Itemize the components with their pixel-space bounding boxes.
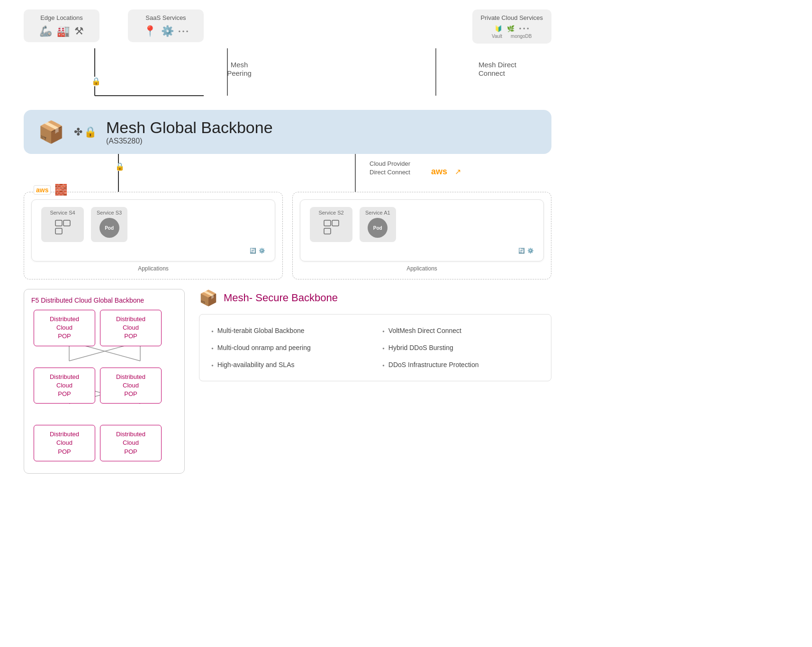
top-services-row: Edge Locations 🦾 🏭 ⚒ SaaS Services 📍 ⚙️ … [9,9,566,44]
svg-text:Direct Connect: Direct Connect [370,169,410,176]
svg-text:Peering: Peering [227,69,252,77]
right-site-inner: Service S2 Service A1 Pod [300,199,544,261]
private-cloud-title: Private Cloud Services [481,14,543,21]
pop-5: Distributed CloudPOP [34,425,95,461]
cloud-sites-row: aws 🧱 Service S4 [24,192,551,279]
svg-text:Cloud Provider: Cloud Provider [370,160,411,167]
backbone-nav-lock: ✤ 🔒 [74,126,97,138]
bullet-dot-4: ● [382,346,385,350]
pop-row-2: Distributed CloudPOP Distributed CloudPO… [31,368,177,404]
edge-locations-title: Edge Locations [32,14,91,21]
private-cloud-labels: Vault mongoDB [481,34,543,39]
pop-row-1: Distributed CloudPOP Distributed CloudPO… [31,310,177,346]
vault-icon: 🔰 [495,25,502,32]
mesh-secure-header: 📦 Mesh- Secure Backbone [199,289,551,307]
settings-icon-left: ⚙️ [259,248,265,254]
bullet-dot-6: ● [382,363,385,368]
service-a1-pod: Pod [368,218,388,238]
bullet-text-4: Hybrid DDoS Bursting [388,344,453,351]
mesh-secure-section: 📦 Mesh- Secure Backbone ● Multi-terabit … [199,289,551,381]
backbone-cube-icon: 📦 [38,119,64,144]
private-cloud-box: Private Cloud Services 🔰 🌿 • • • Vault m… [472,9,552,44]
f5-backbone-box: F5 Distributed Cloud Global Backbone [24,289,185,474]
drill-icon: ⚒ [74,25,84,37]
left-site-label: Applications [31,265,275,272]
edge-locations-box: Edge Locations 🦾 🏭 ⚒ [24,9,99,42]
more-icon: • • • [179,28,189,35]
bottom-section: F5 Distributed Cloud Global Backbone [24,289,551,474]
compass-icon: ✤ [74,126,82,138]
pop-3: Distributed CloudPOP [34,368,95,404]
bullet-text-6: DDoS Infrastructure Protection [388,361,479,368]
bullet-text-5: High-availability and SLAs [217,361,295,368]
bullet-text-3: Multi-cloud onramp and peering [217,344,311,351]
svg-text:Mesh: Mesh [231,61,248,69]
left-site-inner: Service S4 Service S3 Pod [31,199,275,261]
blocks-icon-left: 🧱 [54,184,67,196]
settings-icon-right: ⚙️ [527,248,534,254]
edge-locations-icons: 🦾 🏭 ⚒ [32,25,91,37]
mongodb-icon: 🌿 [507,25,514,32]
mesh-secure-body: ● Multi-terabit Global Backbone ● VoltMe… [199,314,551,381]
bullet-5: ● High-availability and SLAs [211,358,368,371]
service-s3-pod: Pod [99,218,119,238]
service-s3-chip: Service S3 Pod [91,207,127,242]
left-site-outer: aws 🧱 Service S4 [24,192,283,279]
svg-text:aws: aws [431,167,447,176]
svg-rect-22 [324,220,331,226]
service-s2-chip: Service S2 [310,207,352,242]
bullet-1: ● Multi-terabit Global Backbone [211,324,368,337]
bullet-dot-5: ● [211,363,214,368]
backbone-title-text: Mesh Global Backbone (AS35280) [106,118,273,145]
pop-grid-container: Distributed CloudPOP Distributed CloudPO… [31,310,177,466]
left-app-footer: 🔄 ⚙️ [41,248,265,254]
service-s2-icon [316,218,347,239]
svg-text:🔒: 🔒 [115,162,125,171]
mongodb-label: mongoDB [511,34,532,39]
saas-services-title: SaaS Services [136,14,195,21]
service-a1-chip: Service A1 Pod [360,207,396,242]
bullet-text-2: VoltMesh Direct Connect [388,327,461,334]
mesh-secure-cube-icon: 📦 [199,289,218,307]
backbone-asn: (AS35280) [106,137,143,145]
bullet-dot-2: ● [382,329,385,333]
saas-services-icons: 📍 ⚙️ • • • [136,25,195,37]
location-icon: 📍 [144,25,156,37]
factory-icon: 🏭 [57,25,70,37]
right-site-label: Applications [300,265,544,272]
pop-4: Distributed CloudPOP [100,368,162,404]
pop-6: Distributed CloudPOP [100,425,162,461]
lock-icon: 🔒 [84,126,97,138]
backbone-title-block: Mesh Global Backbone (AS35280) [106,118,273,145]
svg-rect-24 [324,228,331,234]
pop-1: Distributed CloudPOP [34,310,95,346]
top-connector-svg: 🔒 Mesh Peering Mesh Direct Connect [24,48,566,110]
bullet-4: ● Hybrid DDoS Bursting [382,341,539,354]
aws-badge-left: aws [34,185,51,195]
f5-backbone-title: F5 Distributed Cloud Global Backbone [31,297,177,304]
bullet-3: ● Multi-cloud onramp and peering [211,341,368,354]
svg-rect-23 [332,220,339,226]
svg-rect-19 [55,220,62,226]
svg-text:Connect: Connect [478,69,505,77]
service-s4-icon [47,218,78,239]
service-a1-label: Service A1 [365,210,390,216]
service-s2-label: Service S2 [316,210,347,216]
backbone-section: 📦 ✤ 🔒 Mesh Global Backbone (AS35280) [24,110,551,154]
refresh-icon-right: 🔄 [518,248,525,254]
right-service-chips: Service S2 Service A1 Pod [310,207,534,242]
svg-rect-21 [55,228,62,234]
service-s4-chip: Service S4 [41,207,84,242]
golden-cube-icon: 📦 [38,119,64,144]
bullet-2: ● VoltMesh Direct Connect [382,324,539,337]
mid-connector-svg: 🔒 Cloud Provider Direct Connect aws ↗ [24,154,551,192]
right-site-outer: Service S2 Service A1 Pod [292,192,551,279]
bullet-text-1: Multi-terabit Global Backbone [217,327,305,334]
svg-text:Mesh Direct: Mesh Direct [478,61,517,69]
right-app-footer: 🔄 ⚙️ [310,248,534,254]
private-more-icon: • • • [519,25,529,32]
refresh-icon-left: 🔄 [250,248,256,254]
mesh-secure-title: Mesh- Secure Backbone [224,292,338,304]
aws-blocks-header: aws 🧱 [34,184,67,196]
pop-row-3: Distributed CloudPOP Distributed CloudPO… [31,425,177,461]
